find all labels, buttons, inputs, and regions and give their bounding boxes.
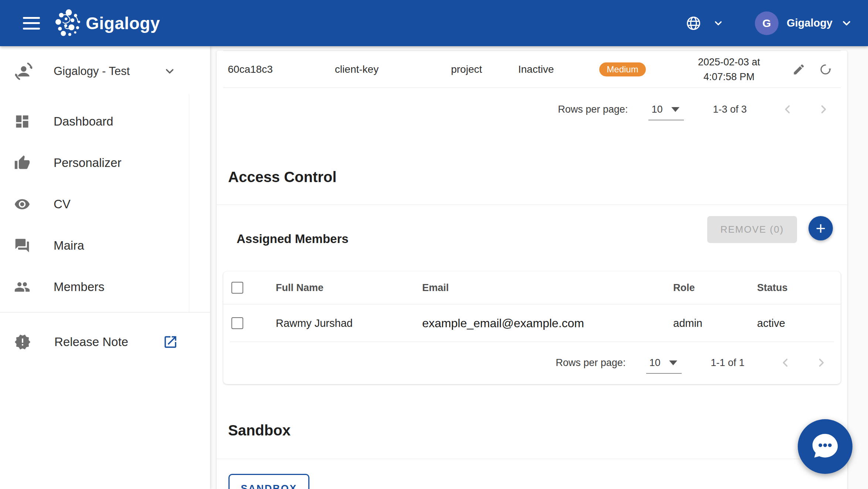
sidebar-item-label: Dashboard [54, 114, 113, 129]
eye-icon [14, 196, 30, 212]
sandbox-button[interactable]: SANDBOX [228, 474, 309, 489]
previous-page-button[interactable] [779, 356, 792, 369]
chat-fab-button[interactable] [798, 419, 852, 474]
next-page-button[interactable] [817, 103, 830, 116]
member-email: example_email@example.com [422, 317, 584, 330]
api-key-updated: 2025-02-03 at 4:07:58 PM [698, 55, 760, 84]
sidebar-item-members[interactable]: Members [0, 266, 210, 308]
members-table-card: Full Name Email Role Status Rawmy Jursha… [223, 271, 841, 384]
chevron-left-icon [781, 103, 794, 116]
sidebar-item-label: CV [54, 197, 71, 211]
assigned-members-title: Assigned Members [237, 232, 349, 246]
chevron-left-icon [779, 356, 792, 369]
sidebar-item-label: Maira [54, 239, 84, 253]
next-page-button[interactable] [815, 356, 828, 369]
external-link-icon [163, 334, 178, 350]
sidebar-item-personalizer[interactable]: Personalizer [0, 142, 210, 184]
rows-per-page-label: Rows per page: [558, 104, 628, 115]
globe-icon [685, 15, 702, 31]
language-selector[interactable] [685, 15, 724, 31]
rows-per-page-select[interactable]: 10 [648, 357, 679, 369]
chevron-down-icon [713, 18, 724, 29]
remove-members-button[interactable]: REMOVE (0) [707, 216, 797, 243]
add-member-button[interactable]: + [808, 216, 833, 240]
pencil-icon [792, 63, 806, 76]
forum-icon [14, 237, 30, 254]
members-pagination: Rows per page: 10 1-1 of 1 [556, 352, 828, 374]
access-control-title: Access Control [228, 167, 336, 187]
divider [217, 205, 847, 205]
people-icon [14, 279, 30, 295]
main-content: 60ca18c3 client-key project Inactive Med… [210, 46, 868, 489]
member-role: admin [673, 317, 702, 329]
api-key-type: client-key [335, 64, 379, 75]
caret-down-icon [669, 360, 677, 365]
rows-per-page-label: Rows per page: [556, 357, 625, 369]
column-full-name: Full Name [276, 282, 323, 294]
menu-icon[interactable] [23, 17, 40, 30]
sidebar-item-label: Members [54, 280, 105, 294]
member-status: active [757, 317, 785, 329]
api-key-id: 60ca18c3 [228, 64, 272, 75]
sandbox-title: Sandbox [228, 420, 291, 440]
chevron-right-icon [817, 103, 830, 116]
sidebar-item-maira[interactable]: Maira [0, 225, 210, 266]
app-window: Gigalogy G Gigalogy [0, 0, 868, 489]
brand: Gigalogy [52, 7, 160, 40]
column-status: Status [757, 282, 788, 294]
avatar: G [755, 11, 779, 35]
member-row: Rawmy Jurshad example_email@example.com … [223, 304, 841, 342]
members-table-header: Full Name Email Role Status [223, 271, 841, 304]
regenerate-button[interactable] [818, 62, 833, 77]
level-badge: Medium [599, 62, 646, 76]
chevron-down-icon [163, 65, 176, 78]
sidebar-item-label: Release Note [54, 335, 128, 349]
thumb-up-icon [14, 155, 30, 171]
member-full-name: Rawmy Jurshad [276, 317, 353, 329]
divider [0, 312, 210, 312]
api-key-status: Inactive [518, 64, 554, 75]
topbar-right: G Gigalogy [685, 11, 852, 35]
sidebar-item-release-note[interactable]: Release Note [0, 321, 210, 363]
brand-title: Gigalogy [86, 13, 160, 33]
edit-button[interactable] [791, 62, 806, 77]
sidebar-nav: Dashboard Personalizer CV Maira [0, 101, 210, 308]
caret-down-icon [671, 107, 679, 112]
switch-account-icon [13, 61, 34, 82]
chat-bubble-icon [810, 431, 840, 462]
account-menu[interactable]: G Gigalogy [755, 11, 852, 35]
workspace-label: Gigalogy - Test [54, 65, 130, 78]
chevron-down-icon [841, 17, 852, 29]
dashboard-icon [14, 113, 30, 130]
workspace-switcher[interactable]: Gigalogy - Test [0, 46, 210, 96]
account-name: Gigalogy [787, 17, 833, 29]
sidebar-item-cv[interactable]: CV [0, 184, 210, 225]
column-email: Email [422, 282, 449, 294]
refresh-icon [819, 63, 832, 76]
sidebar: Gigalogy - Test Dashboard Personalizer [0, 46, 210, 489]
settings-card: 60ca18c3 client-key project Inactive Med… [217, 51, 847, 489]
column-role: Role [673, 282, 695, 294]
sidebar-item-label: Personalizer [54, 156, 121, 170]
pagination-range: 1-3 of 3 [713, 104, 747, 115]
chevron-right-icon [815, 356, 828, 369]
sidebar-item-dashboard[interactable]: Dashboard [0, 101, 210, 142]
api-key-table-row: 60ca18c3 client-key project Inactive Med… [223, 51, 841, 88]
pagination-range: 1-1 of 1 [711, 357, 745, 369]
select-row-checkbox[interactable] [231, 317, 243, 329]
gigalogy-logo-icon [52, 7, 85, 40]
api-keys-pagination: Rows per page: 10 1-3 of 3 [558, 98, 830, 120]
top-app-bar: Gigalogy G Gigalogy [0, 0, 868, 46]
rows-per-page-select[interactable]: 10 [650, 104, 681, 115]
new-releases-icon [14, 334, 31, 350]
api-key-scope: project [451, 64, 482, 75]
divider [217, 459, 847, 459]
select-all-checkbox[interactable] [231, 282, 243, 294]
previous-page-button[interactable] [781, 103, 794, 116]
